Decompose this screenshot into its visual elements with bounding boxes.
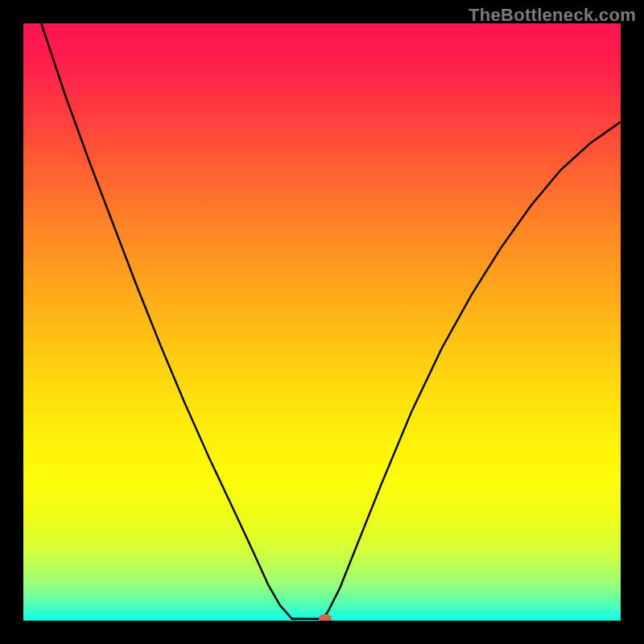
bottleneck-curve — [23, 23, 621, 621]
plot-area — [23, 23, 621, 621]
watermark-text: TheBottleneck.com — [469, 5, 636, 26]
optimum-marker — [319, 614, 332, 621]
chart-frame — [0, 0, 644, 644]
curve-path — [41, 23, 621, 619]
